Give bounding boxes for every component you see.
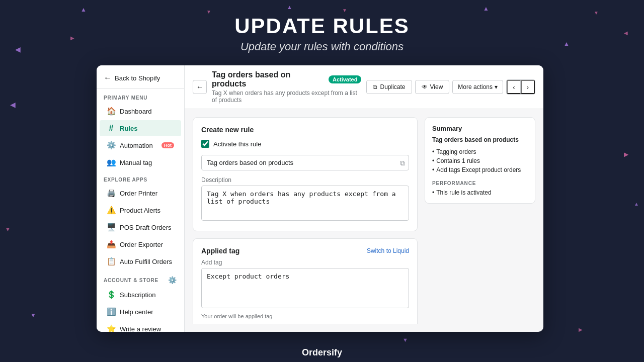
- header-title-area: Tag orders based on products Activated T…: [212, 70, 361, 104]
- settings-icon[interactable]: ⚙️: [168, 276, 177, 284]
- header-title-row: Tag orders based on products Activated: [212, 70, 361, 88]
- order-printer-icon: 🖨️: [107, 189, 116, 198]
- more-actions-button[interactable]: More actions ▾: [452, 80, 503, 94]
- description-textarea[interactable]: [201, 186, 409, 221]
- deco-8: ▶: [70, 35, 74, 41]
- pos-draft-orders-icon: 🖥️: [107, 223, 116, 232]
- sidebar-item-product-alerts[interactable]: ⚠️ Product Alerts: [100, 202, 181, 218]
- summary-rule-title: Tag orders based on products: [432, 136, 528, 143]
- copy-icon: ⧉: [400, 158, 405, 167]
- sidebar-rules-label: Rules: [120, 125, 137, 132]
- header-back-button[interactable]: ←: [193, 80, 207, 94]
- create-rule-card: Create new rule Activate this rule ⧉ Des…: [193, 117, 418, 231]
- deco-13: ▼: [403, 337, 408, 343]
- duplicate-label: Duplicate: [380, 83, 405, 90]
- header-actions: ⧉ Duplicate 👁 View More actions ▾ ‹ ›: [366, 79, 535, 95]
- content-body: Create new rule Activate this rule ⧉ Des…: [185, 109, 543, 332]
- sidebar-item-pos-draft-orders[interactable]: 🖥️ POS Draft Orders: [100, 219, 181, 235]
- deco-6: ▼: [594, 10, 599, 16]
- activated-badge: Activated: [329, 75, 362, 83]
- rule-name-wrapper: ⧉: [201, 155, 409, 170]
- right-panel: Summary Tag orders based on products Tag…: [425, 117, 535, 324]
- duplicate-button[interactable]: ⧉ Duplicate: [366, 80, 412, 94]
- description-label: Description: [201, 176, 409, 184]
- sidebar-item-automation[interactable]: ⚙️ Automation Hot: [100, 137, 181, 153]
- view-button[interactable]: 👁 View: [415, 80, 450, 94]
- sidebar-item-write-review[interactable]: ⭐ Write a review: [100, 321, 181, 332]
- summary-item-3: Add tags Except product orders: [432, 165, 528, 174]
- nav-arrows: ‹ ›: [506, 79, 535, 95]
- sidebar-help-label: Help center: [120, 308, 153, 316]
- auto-fulfill-icon: 📋: [107, 257, 116, 266]
- deco-11: ▼: [30, 312, 36, 319]
- write-review-icon: ⭐: [107, 324, 116, 332]
- summary-title: Summary: [432, 125, 528, 132]
- sidebar: ← Back to Shopify PRIMARY MENU 🏠 Dashboa…: [97, 65, 185, 332]
- bottom-brand: Ordersify: [302, 347, 342, 358]
- dashboard-icon: 🏠: [107, 107, 116, 116]
- add-tag-label: Add tag: [201, 259, 409, 266]
- summary-item-2: Contains 1 rules: [432, 156, 528, 165]
- view-label: View: [430, 83, 443, 90]
- sidebar-item-order-exporter[interactable]: 📤 Order Exporter: [100, 236, 181, 252]
- sidebar-item-order-printer[interactable]: 🖨️ Order Printer: [100, 185, 181, 201]
- activate-checkbox-row: Activate this rule: [201, 140, 409, 148]
- deco-15: ◀: [10, 101, 16, 109]
- page-title: Tag orders based on products: [212, 70, 325, 88]
- deco-3: ▲: [287, 4, 292, 10]
- sidebar-item-dashboard[interactable]: 🏠 Dashboard: [100, 103, 181, 119]
- deco-14: ▶: [579, 327, 583, 332]
- deco-4: ▼: [342, 8, 347, 13]
- background-main-title: UPDATE RULES: [234, 14, 410, 38]
- back-arrow-icon: ←: [104, 73, 112, 82]
- deco-7: ◀: [15, 45, 21, 53]
- sidebar-item-help-center[interactable]: ℹ️ Help center: [100, 304, 181, 320]
- deco-17: ▲: [634, 201, 639, 207]
- deco-1: ▲: [80, 6, 87, 13]
- sidebar-order-printer-label: Order Printer: [120, 190, 157, 197]
- summary-list: Tagging orders Contains 1 rules Add tags…: [432, 147, 528, 174]
- rule-name-input[interactable]: [201, 155, 409, 170]
- view-icon: 👁: [422, 83, 428, 90]
- activate-label: Activate this rule: [213, 140, 261, 148]
- primary-menu-label: PRIMARY MENU: [97, 89, 184, 103]
- sidebar-item-manual-tag[interactable]: 👥 Manual tag: [100, 154, 181, 170]
- deco-2: ▼: [206, 9, 211, 15]
- sidebar-item-subscription[interactable]: 💲 Subscription: [100, 287, 181, 303]
- activate-checkbox[interactable]: [201, 140, 209, 148]
- sidebar-manual-tag-label: Manual tag: [120, 159, 152, 166]
- applied-tag-header: Applied tag Switch to Liquid: [201, 247, 409, 255]
- more-actions-label: More actions: [458, 83, 493, 90]
- sidebar-subscription-label: Subscription: [120, 291, 156, 299]
- deco-9: ▲: [564, 40, 570, 47]
- sidebar-auto-fulfill-label: Auto Fulfill Orders: [120, 258, 172, 265]
- create-rule-title: Create new rule: [201, 126, 409, 134]
- performance-section: PERFORMANCE This rule is activated: [432, 180, 528, 196]
- background-title-area: UPDATE RULES Update your rules with cond…: [234, 14, 410, 53]
- summary-item-1: Tagging orders: [432, 147, 528, 156]
- hot-badge: Hot: [162, 142, 174, 148]
- left-panel: Create new rule Activate this rule ⧉ Des…: [193, 117, 418, 324]
- applied-tag-title: Applied tag: [201, 247, 239, 255]
- sidebar-item-rules[interactable]: # Rules: [100, 120, 181, 136]
- subscription-icon: 💲: [107, 290, 116, 299]
- sidebar-item-auto-fulfill[interactable]: 📋 Auto Fulfill Orders: [100, 253, 181, 269]
- next-arrow-button[interactable]: ›: [521, 80, 535, 94]
- chevron-down-icon: ▾: [495, 83, 498, 90]
- performance-list: This rule is activated: [432, 189, 528, 196]
- sidebar-order-exporter-label: Order Exporter: [120, 241, 163, 248]
- deco-10: ◀: [624, 30, 628, 36]
- app-container: ← Back to Shopify PRIMARY MENU 🏠 Dashboa…: [97, 65, 543, 332]
- header-subtitle: Tag X when orders has any products excep…: [212, 89, 361, 104]
- tag-textarea[interactable]: [201, 268, 409, 308]
- deco-5: ▲: [483, 5, 489, 12]
- deco-16: ▶: [624, 151, 628, 158]
- background-subtitle: Update your rules with conditions: [234, 40, 410, 53]
- back-to-shopify-button[interactable]: ← Back to Shopify: [97, 65, 184, 89]
- account-store-label: ACCOUNT & STORE ⚙️: [97, 270, 184, 286]
- prev-arrow-button[interactable]: ‹: [507, 80, 521, 94]
- sidebar-review-label: Write a review: [120, 325, 161, 332]
- switch-to-liquid-link[interactable]: Switch to Liquid: [367, 247, 409, 254]
- perf-item-1: This rule is activated: [432, 189, 528, 196]
- rules-icon: #: [107, 124, 116, 133]
